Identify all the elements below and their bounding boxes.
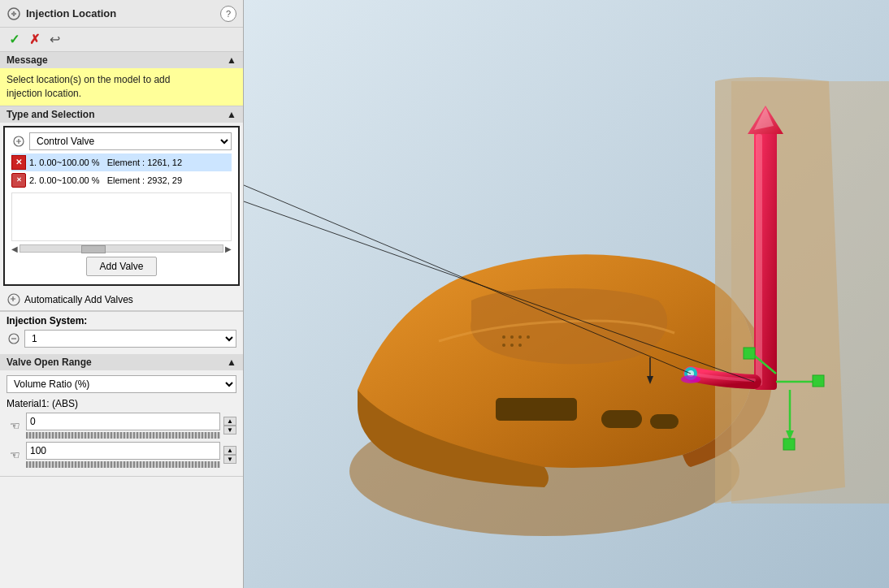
message-line2: injection location. [7, 88, 81, 99]
panel-title: Injection Location [26, 7, 116, 19]
valve-delete-2[interactable]: ✕ [11, 173, 26, 188]
max-hand-icon: ☜ [7, 447, 23, 463]
scroll-left[interactable]: ◀ [11, 244, 18, 253]
svg-rect-29 [783, 439, 795, 450]
svg-rect-28 [813, 375, 824, 387]
svg-point-11 [510, 335, 514, 339]
injection-system-dropdown[interactable]: 1 2 3 [24, 330, 236, 348]
svg-point-13 [527, 335, 530, 339]
message-content: Select location(s) on the model to add i… [0, 68, 243, 106]
svg-rect-7 [496, 398, 577, 421]
valve-list: ✕ 1. 0.00~100.00 % Element : 1261, 12 ✕ … [11, 153, 232, 189]
valve-item-2[interactable]: ✕ 2. 0.00~100.00 % Element : 2932, 29 [11, 171, 232, 189]
min-slider[interactable] [26, 432, 220, 439]
panel-header: Injection Location ? [0, 0, 243, 28]
svg-point-10 [502, 335, 505, 339]
type-icon [11, 134, 26, 149]
valve-range-dropdown[interactable]: Volume Ratio (%) Time (s) Ram Position (… [7, 375, 236, 393]
auto-add-label: Automatically Add Valves [24, 294, 133, 305]
min-input-wrap [26, 413, 220, 439]
svg-point-3 [8, 294, 20, 305]
type-selection-content: Control Valve Standard Valve Gate ✕ 1. 0… [3, 126, 240, 286]
injection-system-icon [7, 331, 21, 346]
message-line1: Select location(s) on the model to add [7, 74, 170, 85]
3d-viewport[interactable] [244, 0, 889, 588]
min-spin-down[interactable]: ▼ [223, 426, 236, 435]
auto-add-icon [7, 292, 21, 307]
scene-svg [244, 0, 889, 588]
min-value-input[interactable] [26, 413, 220, 430]
message-section-header[interactable]: Message ▲ [0, 52, 243, 68]
svg-point-21 [681, 375, 700, 383]
svg-rect-30 [744, 348, 755, 359]
type-dropdown-row: Control Valve Standard Valve Gate [11, 132, 232, 150]
type-selection-section: Type and Selection ▲ Control Valve Stand… [0, 106, 243, 311]
valve-open-range-header[interactable]: Valve Open Range ▲ [0, 354, 243, 370]
svg-rect-9 [650, 414, 679, 429]
message-section-title: Message [7, 54, 48, 66]
empty-selection-area[interactable] [11, 192, 232, 241]
scroll-thumb[interactable] [81, 245, 106, 253]
valve-open-range-title: Valve Open Range [7, 357, 92, 368]
injection-system-section: Injection System: 1 2 3 [0, 311, 243, 351]
max-spin-up[interactable]: ▲ [223, 446, 236, 455]
valve-delete-1[interactable]: ✕ [11, 155, 26, 170]
svg-point-12 [518, 335, 522, 339]
valve-range-chevron: ▲ [227, 357, 236, 368]
valve-text-1: 1. 0.00~100.00 % Element : 1261, 12 [29, 158, 182, 167]
valve-item-1[interactable]: ✕ 1. 0.00~100.00 % Element : 1261, 12 [11, 153, 232, 171]
injection-system-row: 1 2 3 [7, 330, 236, 348]
max-slider[interactable] [26, 461, 220, 468]
min-spinners: ▲ ▼ [223, 417, 236, 435]
max-value-input[interactable] [26, 442, 220, 460]
cancel-button[interactable]: ✗ [27, 32, 42, 48]
min-value-row: ☜ ▲ ▼ [7, 413, 236, 439]
valve-text-2: 2. 0.00~100.00 % Element : 2932, 29 [29, 175, 182, 185]
svg-point-14 [502, 344, 505, 347]
help-button[interactable]: ? [220, 6, 236, 22]
injection-icon [7, 6, 21, 21]
material-label: Material1: (ABS) [7, 398, 236, 409]
min-hand-icon: ☜ [7, 417, 23, 434]
svg-point-1 [12, 12, 15, 15]
max-spinners: ▲ ▼ [223, 446, 236, 464]
reset-button[interactable]: ↩ [47, 32, 63, 48]
valve-open-content: Volume Ratio (%) Time (s) Ram Position (… [0, 370, 243, 476]
panel-header-left: Injection Location [7, 6, 116, 21]
svg-point-15 [510, 344, 514, 347]
message-chevron: ▲ [227, 54, 236, 66]
add-valve-button[interactable]: Add Valve [86, 257, 158, 276]
message-section: Message ▲ Select location(s) on the mode… [0, 52, 243, 106]
ok-button[interactable]: ✓ [7, 32, 22, 48]
valve-open-range-section: Valve Open Range ▲ Volume Ratio (%) Time… [0, 354, 243, 477]
min-spin-up[interactable]: ▲ [223, 417, 236, 426]
max-spin-down[interactable]: ▼ [223, 455, 236, 464]
toolbar: ✓ ✗ ↩ [0, 28, 243, 52]
type-selection-title: Type and Selection [7, 109, 94, 120]
scroll-right[interactable]: ▶ [225, 244, 232, 253]
left-panel: Injection Location ? ✓ ✗ ↩ Message ▲ Sel… [0, 0, 244, 588]
type-chevron: ▲ [227, 109, 236, 120]
svg-point-16 [518, 344, 522, 347]
type-dropdown[interactable]: Control Valve Standard Valve Gate [29, 132, 232, 150]
type-selection-header[interactable]: Type and Selection ▲ [0, 106, 243, 123]
injection-system-label: Injection System: [7, 315, 236, 326]
auto-add-row[interactable]: Automatically Add Valves [0, 289, 243, 310]
max-input-wrap [26, 442, 220, 468]
svg-rect-8 [601, 410, 642, 428]
max-value-row: ☜ ▲ ▼ [7, 442, 236, 468]
svg-rect-18 [756, 134, 762, 386]
scroll-track[interactable] [20, 244, 223, 253]
scrollbar-row: ◀ ▶ [11, 244, 232, 253]
